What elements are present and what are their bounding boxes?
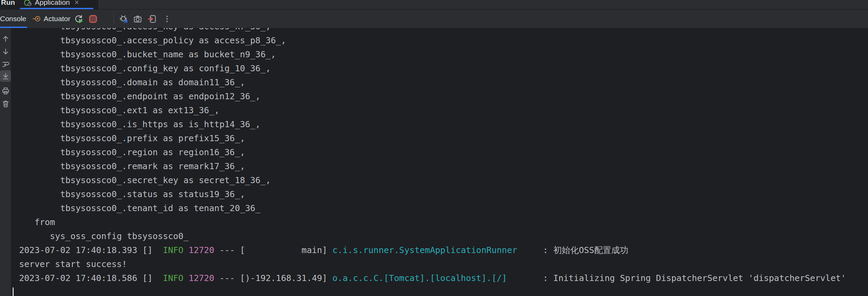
console-line: tbsysossco0_.prefix as prefix15_36_,	[19, 131, 868, 145]
scroll-to-end-icon	[1, 72, 10, 80]
soft-wrap-button[interactable]	[1, 60, 10, 69]
console-line: tbsysossco0_.endpoint as endpoin12_36_,	[19, 89, 868, 103]
cursor-line	[19, 285, 868, 296]
console-line: tbsysossco0_.status as status19_36_,	[19, 187, 868, 201]
console-line: tbsysossco0_.is_https as is_http14_36_,	[19, 117, 868, 131]
attach-debugger-button[interactable]	[118, 13, 129, 24]
text-cursor	[13, 287, 14, 296]
stop-icon	[88, 14, 98, 24]
stop-button[interactable]	[87, 13, 98, 24]
print-button[interactable]	[1, 86, 10, 95]
console-line: tbsysossco0_.region as region16_36_,	[19, 145, 868, 159]
up-the-stack-trace-button[interactable]	[1, 34, 10, 43]
console-line: tbsysossco0_.config_key as config_10_36_…	[19, 61, 868, 75]
console-toolbar: Console Actuator	[0, 10, 868, 28]
console-line: tbsysossco0_.secret_key as secret_18_36_…	[19, 173, 868, 187]
trash-icon	[1, 100, 10, 108]
scroll-to-end-button[interactable]	[1, 72, 10, 80]
exit-button[interactable]	[146, 13, 157, 24]
tab-console[interactable]: Console	[0, 15, 26, 23]
console-line: from	[19, 215, 868, 229]
more-options-button[interactable]	[161, 13, 172, 24]
actuator-icon	[32, 14, 41, 23]
log-line: 2023-07-02 17:40:18.393 [] INFO 12720 --…	[19, 243, 868, 257]
console-left-toolbar	[0, 28, 11, 296]
sql-line-clipped: tbsysossco0_.access_key as access_k7_36_…	[19, 28, 868, 33]
tab-application[interactable]: Application ✕	[21, 0, 81, 7]
kebab-menu-icon	[162, 14, 172, 24]
console-line: tbsysossco0_.tenant_id as tenant_20_36_	[19, 201, 868, 215]
active-tab-underline	[20, 8, 93, 9]
run-tool-window: { "colors": { "accent_blue": "#3574f0", …	[0, 0, 868, 296]
toolbar-divider	[114, 13, 114, 25]
thread-dump-button[interactable]	[132, 13, 143, 24]
print-icon	[1, 87, 10, 95]
tab-close-icon[interactable]: ✕	[74, 0, 79, 6]
tab-console-label: Console	[0, 15, 26, 23]
console-line: sys_oss_config tbsysossco0_	[19, 229, 868, 243]
console-line: tbsysossco0_.access_policy as access_p8_…	[19, 33, 868, 47]
down-arrow-icon	[1, 47, 10, 56]
down-the-stack-trace-button[interactable]	[1, 47, 10, 56]
debug-bug-icon	[118, 14, 128, 24]
exit-icon	[147, 14, 157, 24]
tool-window-title: Run	[1, 0, 19, 6]
spring-boot-run-icon	[23, 0, 32, 7]
console-line: server start success!	[19, 257, 868, 271]
up-arrow-icon	[1, 34, 10, 43]
rerun-button[interactable]	[73, 13, 84, 24]
tab-actuator-label: Actuator	[44, 15, 70, 23]
console-line: tbsysossco0_.domain as domain11_36_,	[19, 75, 868, 89]
console-output-pre: tbsysossco0_.access_key as access_k7_36_…	[11, 28, 868, 296]
tab-application-label: Application	[35, 0, 70, 6]
tab-actuator[interactable]: Actuator	[32, 14, 70, 23]
console-output[interactable]: tbsysossco0_.access_key as access_k7_36_…	[11, 28, 868, 296]
camera-icon	[133, 14, 143, 24]
console-line: tbsysossco0_.remark as remark17_36_,	[19, 159, 868, 173]
clear-all-button[interactable]	[1, 99, 10, 108]
console-line: tbsysossco0_.bucket_name as bucket_n9_36…	[19, 47, 868, 61]
soft-wrap-icon	[1, 60, 10, 69]
console-line: tbsysossco0_.ext1 as ext13_36_,	[19, 103, 868, 117]
run-tab-bar: Run Application ✕	[0, 0, 868, 10]
rerun-icon	[74, 14, 84, 24]
log-line: 2023-07-02 17:40:18.586 [] INFO 12720 --…	[19, 271, 868, 285]
